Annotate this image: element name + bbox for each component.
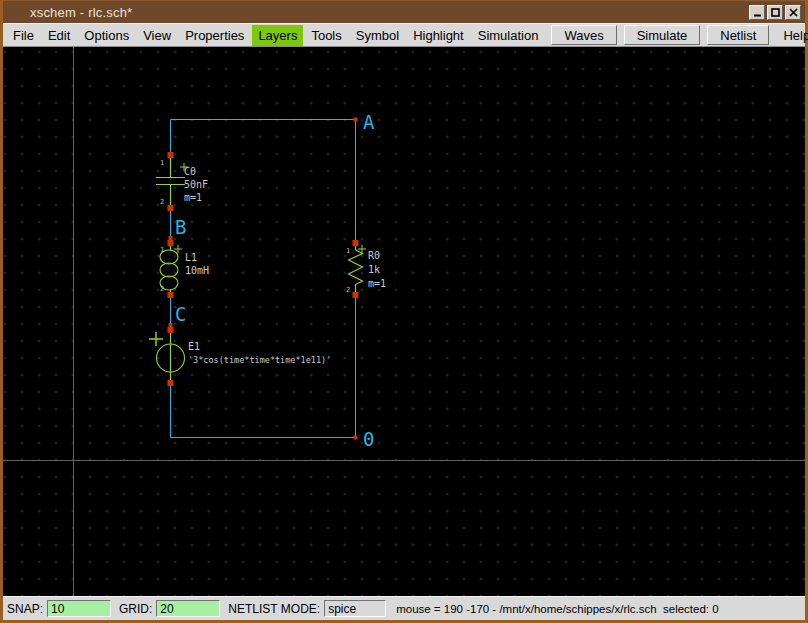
- pin-number: 2: [160, 285, 164, 293]
- menu-item-simulation[interactable]: Simulation: [472, 25, 545, 46]
- snap-label: SNAP:: [7, 602, 43, 616]
- pin-number: 2: [160, 198, 164, 206]
- maximize-icon: [771, 8, 780, 17]
- netlist-mode-label: NETLIST MODE:: [228, 602, 320, 616]
- wire-endpoint-marker: [354, 118, 358, 122]
- waves-button[interactable]: Waves: [551, 25, 616, 45]
- close-icon: [789, 8, 798, 17]
- xschem-window: xschem - rlc.sch* File Edit Options View…: [0, 0, 808, 623]
- component-value-label: 50nF: [184, 179, 208, 190]
- component-name-label: R0: [368, 250, 380, 261]
- component-mult-label: m=1: [368, 278, 386, 289]
- schematic-svg: 1 2 C0 50nF m=1 1 2 L1 10mH: [3, 47, 805, 596]
- menubar-actions: Waves Simulate Netlist Help: [544, 25, 808, 46]
- simulate-button[interactable]: Simulate: [624, 25, 701, 45]
- maximize-button[interactable]: [767, 5, 783, 20]
- vsource-e1[interactable]: E1 '3*cos(time*time*time*1e11)': [149, 327, 331, 386]
- pin-square: [168, 380, 174, 386]
- menubar: File Edit Options View Properties Layers…: [3, 23, 805, 47]
- node-label-b[interactable]: B: [175, 216, 186, 238]
- menu-item-options[interactable]: Options: [78, 25, 135, 46]
- pin-square: [168, 327, 174, 333]
- pin-square: [168, 240, 174, 246]
- pin-square: [353, 292, 359, 298]
- grid-label: GRID:: [119, 602, 152, 616]
- minimize-button[interactable]: [749, 5, 765, 20]
- pin-square: [168, 205, 174, 211]
- node-label-a[interactable]: A: [363, 111, 375, 133]
- component-value-label: 1k: [368, 264, 380, 275]
- component-name-label: E1: [188, 341, 200, 352]
- inductor-coil: [160, 263, 178, 277]
- wire-endpoint-marker: [354, 436, 358, 440]
- status-text: mouse = 190 -170 - /mnt/x/home/schippes/…: [396, 603, 718, 615]
- menu-item-layers[interactable]: Layers: [252, 25, 303, 46]
- netlist-mode-input[interactable]: [324, 600, 386, 617]
- component-value-label: 10mH: [185, 265, 209, 276]
- wire-endpoint-marker: [169, 236, 173, 240]
- grid-input[interactable]: [156, 600, 220, 617]
- pin-number: 1: [346, 247, 350, 255]
- pin-square: [168, 292, 174, 298]
- menu-item-file[interactable]: File: [7, 25, 40, 46]
- pin-number: 1: [160, 246, 164, 254]
- pin-number: 2: [346, 286, 350, 294]
- circuit-wires[interactable]: [169, 118, 358, 440]
- menu-item-highlight[interactable]: Highlight: [407, 25, 470, 46]
- netlist-button[interactable]: Netlist: [707, 25, 769, 45]
- resistor-r0[interactable]: 1 2 R0 1k m=1: [346, 240, 386, 298]
- schematic-canvas[interactable]: 1 2 C0 50nF m=1 1 2 L1 10mH: [3, 47, 805, 596]
- menu-item-tools[interactable]: Tools: [305, 25, 347, 46]
- polarity-plus-icon: [149, 332, 163, 346]
- capacitor-c0[interactable]: 1 2 C0 50nF m=1: [156, 152, 208, 211]
- node-label-gnd[interactable]: 0: [363, 428, 374, 450]
- component-name-label: C0: [184, 166, 196, 177]
- resistor-symbol: [349, 243, 363, 295]
- component-mult-label: m=1: [184, 192, 202, 203]
- pin-square: [353, 240, 359, 246]
- statusbar: SNAP: GRID: NETLIST MODE: mouse = 190 -1…: [3, 596, 805, 620]
- titlebar[interactable]: xschem - rlc.sch*: [3, 0, 805, 23]
- close-button[interactable]: [785, 5, 801, 20]
- node-label-c[interactable]: C: [175, 303, 186, 325]
- menu-item-view[interactable]: View: [137, 25, 177, 46]
- wire-segments: [171, 120, 356, 438]
- minimize-icon: [753, 8, 762, 17]
- menu-item-symbol[interactable]: Symbol: [350, 25, 405, 46]
- window-title: xschem - rlc.sch*: [30, 5, 132, 20]
- component-value-label: '3*cos(time*time*time*1e11)': [188, 355, 331, 365]
- component-name-label: L1: [185, 252, 197, 263]
- menu-item-edit[interactable]: Edit: [42, 25, 76, 46]
- pin-number: 1: [160, 159, 164, 167]
- menu-item-help[interactable]: Help: [775, 25, 808, 46]
- pin-square: [168, 152, 174, 158]
- wire-endpoint-marker: [169, 323, 173, 327]
- grid-axis-lines: [3, 47, 805, 596]
- window-controls: [749, 5, 801, 20]
- snap-input[interactable]: [47, 600, 111, 617]
- menu-item-properties[interactable]: Properties: [179, 25, 250, 46]
- inductor-l1[interactable]: 1 2 L1 10mH: [160, 240, 209, 298]
